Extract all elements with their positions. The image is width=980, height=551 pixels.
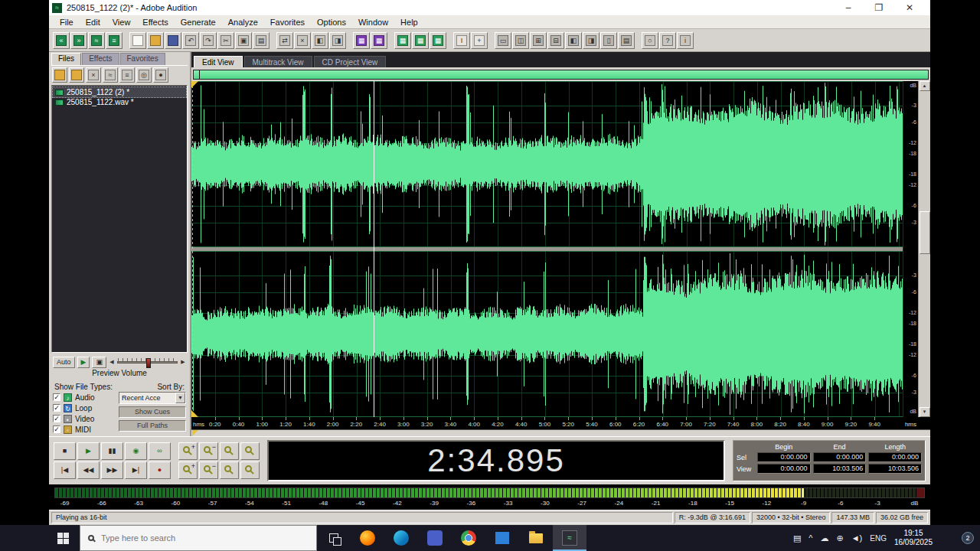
save-file-button[interactable] [165,32,181,49]
convert-sample-type-button[interactable]: ◨ [329,32,346,49]
pause-button[interactable]: ▮▮ [101,442,123,460]
play-looped-button[interactable]: ◉ [125,442,147,460]
new-file-button[interactable] [129,32,146,49]
mix-paste-button[interactable]: ⇄ [276,32,293,49]
file-item[interactable]: 250815_1122 (2) * [53,87,186,97]
trim-button[interactable]: ◧ [312,32,328,49]
ibeam-tool-button[interactable]: I [453,32,470,49]
tab-effects[interactable]: Effects [82,53,119,65]
menu-item-generate[interactable]: Generate [175,18,222,27]
workspace-5-button[interactable]: ◧ [565,32,582,49]
waveform-display[interactable] [191,81,903,417]
taskbar-app-edge[interactable] [384,525,418,551]
menu-item-window[interactable]: Window [352,18,394,27]
checkbox-loop[interactable]: ✓ [53,404,60,412]
preview-play-button[interactable]: ▶ [77,357,90,368]
scroll-track[interactable] [920,91,930,407]
edit-view-button[interactable]: « [53,32,70,49]
auto-play-button[interactable]: Auto [53,357,75,368]
tab-files[interactable]: Files [51,53,81,65]
selection-start-marker-top[interactable] [191,81,198,88]
redo-button[interactable]: ↷ [200,32,217,49]
open-folder-button[interactable] [69,67,84,83]
start-button[interactable] [46,525,80,551]
insert-multitrack-button[interactable]: ≡ [119,67,135,83]
zoom-to-selection-button[interactable] [220,442,239,460]
scroll-thumb[interactable] [920,211,930,254]
sort-dropdown[interactable]: Recent Acce ▼ [119,392,186,404]
menu-item-edit[interactable]: Edit [80,18,106,27]
language-indicator[interactable]: ENG [870,534,887,543]
scrub-tool-button[interactable]: + [471,32,488,49]
stop-button[interactable]: ■ [54,442,76,460]
tab-multitrack-view[interactable]: Multitrack View [244,56,312,67]
scroll-up-arrow[interactable]: ▲ [920,81,930,91]
record-button[interactable]: ● [149,461,171,479]
zoom-left-edge-button[interactable] [220,461,239,479]
paste-button[interactable]: ▤ [253,32,270,49]
menu-item-analyze[interactable]: Analyze [222,18,264,27]
vertical-scrollbar[interactable]: ▲ ▼ [918,81,930,417]
waveform-group-button[interactable]: ▦ [394,32,411,49]
menu-item-options[interactable]: Options [311,18,352,27]
workspace-1-button[interactable]: ▭ [495,32,511,49]
menu-item-help[interactable]: Help [394,18,424,27]
about-button[interactable]: i [677,32,694,49]
zoom-in-vertical-button[interactable]: + [178,461,198,479]
taskbar-clock[interactable]: 19:15 16/09/2025 [894,529,933,547]
fast-forward-button[interactable]: ▶▶ [101,461,123,479]
notification-badge[interactable]: 2 [962,532,974,544]
import-file-button[interactable] [52,67,67,83]
minimize-button[interactable]: – [835,2,861,13]
edit-file-button[interactable]: ≈ [103,67,118,83]
checkbox-audio[interactable]: ✓ [53,393,60,401]
workspace-7-button[interactable]: ▯ [600,32,617,49]
volume-decrease-arrow[interactable]: ◀ [109,359,115,365]
taskbar-app-chrome[interactable] [452,525,485,551]
close-button[interactable]: ✕ [897,2,923,13]
insert-cd-button[interactable]: ◎ [136,67,152,83]
cut-button[interactable]: ✂ [217,32,234,49]
zoom-out-vertical-button[interactable]: − [199,461,218,479]
volume-icon[interactable]: ◄) [851,533,863,543]
taskbar-app-explorer[interactable] [519,525,553,551]
file-item[interactable]: 250815_1122.wav * [53,97,186,107]
mixer-group-button[interactable]: ▦ [430,32,446,49]
checkbox-video[interactable]: ✓ [53,415,60,422]
timeline-ruler[interactable]: hms hms 0:200:401:001:201:402:002:202:40… [191,417,930,429]
taskbar-app-store[interactable] [485,525,519,551]
play-button[interactable]: ▶ [77,442,100,460]
wave-canvas[interactable] [191,81,903,417]
show-cues-button[interactable]: Show Cues [119,406,186,418]
workspace-2-button[interactable]: ◫ [512,32,529,49]
touch-keyboard-icon[interactable]: ▤ [793,533,801,543]
help-button[interactable]: ? [659,32,676,49]
tab-cd-project-view[interactable]: CD Project View [314,56,387,67]
zoom-full-button[interactable] [240,442,260,460]
cloud-icon[interactable]: ☁ [820,533,828,543]
volume-increase-arrow[interactable]: ▶ [180,359,186,365]
file-list[interactable]: 250815_1122 (2) *250815_1122.wav * [51,85,188,353]
selection-marker-icon[interactable] [192,430,198,436]
file-options-button[interactable]: ● [153,67,168,83]
taskbar-app-firefox[interactable] [351,525,384,551]
taskbar-search[interactable] [80,525,317,551]
slider-handle[interactable] [146,358,151,368]
rewind-button[interactable]: ◀◀ [77,461,100,479]
chevron-down-icon[interactable]: ▼ [175,393,185,403]
spectral-group-button[interactable]: ▦ [412,32,429,49]
taskbar-app-task-view[interactable] [317,525,351,551]
selection-start-marker-bottom[interactable] [191,410,198,417]
overview-bar[interactable] [193,70,929,80]
network-icon[interactable]: ⊕ [836,533,843,543]
go-to-end-button[interactable]: ▶| [125,461,147,479]
undo-button[interactable]: ↶ [182,32,199,49]
full-paths-button[interactable]: Full Paths [119,420,186,432]
phase-analysis-button[interactable]: ▦ [371,32,387,49]
taskbar-app-teams[interactable] [418,525,452,551]
search-input[interactable] [101,533,270,543]
open-file-button[interactable] [147,32,164,49]
workspace-3-button[interactable]: ⊞ [530,32,547,49]
menu-item-file[interactable]: File [54,18,80,27]
zoom-right-edge-button[interactable] [240,461,260,479]
